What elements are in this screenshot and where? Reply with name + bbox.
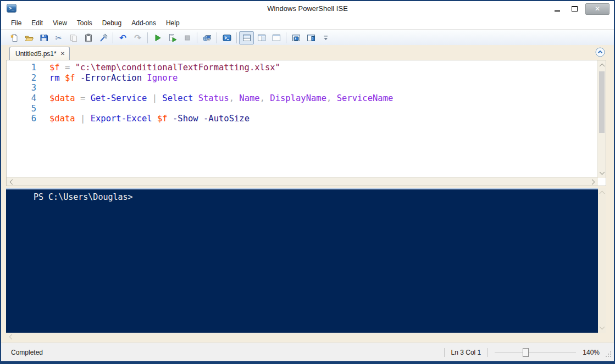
- run-button[interactable]: [150, 31, 165, 44]
- command-window-icon: [292, 33, 301, 42]
- redo-icon: ↷: [134, 33, 141, 42]
- code-token: [193, 93, 198, 103]
- menu-item-edit[interactable]: Edit: [26, 18, 48, 29]
- toolbar-separator: [236, 32, 237, 43]
- command-window-button[interactable]: [289, 31, 303, 44]
- cut-icon: ✂: [56, 33, 62, 42]
- run-icon: [153, 33, 162, 42]
- line-number: 6: [7, 114, 36, 124]
- title-bar: >_ Windows PowerShell ISE ✕: [1, 1, 614, 16]
- editor-vscroll-thumb[interactable]: [599, 71, 605, 133]
- zoom-slider-track[interactable]: [495, 352, 576, 352]
- code-token: $data: [49, 93, 75, 103]
- powershell-button[interactable]: [219, 31, 234, 44]
- line-number: 3: [7, 83, 36, 93]
- command-addon-icon: [307, 33, 315, 42]
- minimize-button[interactable]: [551, 3, 563, 14]
- menu-bar: FileEditViewToolsDebugAdd-onsHelp: [1, 16, 614, 30]
- code-area[interactable]: 1$f = "c:\temp\conditionalTextFormatting…: [7, 63, 597, 124]
- status-separator: [444, 348, 445, 357]
- code-line[interactable]: 6$data | Export-Excel $f -Show -AutoSize: [7, 114, 597, 124]
- paste-icon: [84, 33, 93, 42]
- code-line[interactable]: 4$data = Get-Service | Select Status, Na…: [7, 93, 597, 104]
- console-vertical-scrollbar[interactable]: [598, 188, 606, 333]
- redo-button: ↷: [130, 31, 145, 44]
- new-script-icon: [10, 33, 19, 42]
- remote-tab-icon: [203, 33, 212, 42]
- editor-horizontal-scrollbar[interactable]: [7, 177, 598, 186]
- code-line[interactable]: 1$f = "c:\temp\conditionalTextFormatting…: [7, 63, 597, 73]
- code-token: $f: [65, 73, 75, 83]
- scroll-left-icon[interactable]: [10, 180, 15, 185]
- undo-icon: ↶: [119, 33, 126, 42]
- console-pane[interactable]: PS C:\Users\Douglas>: [6, 188, 598, 333]
- paste-button[interactable]: [81, 31, 96, 44]
- tab-untitled5[interactable]: Untitled5.ps1* ✕: [9, 47, 70, 60]
- scroll-left-icon[interactable]: [9, 334, 15, 340]
- collapse-script-pane-button[interactable]: [595, 47, 605, 57]
- editor-vertical-scrollbar[interactable]: [597, 60, 606, 178]
- console-horizontal-scrollbar[interactable]: [6, 333, 598, 340]
- close-button[interactable]: ✕: [585, 3, 610, 15]
- scroll-down-icon[interactable]: [600, 170, 605, 175]
- menu-item-debug[interactable]: Debug: [97, 18, 126, 29]
- close-icon: ✕: [595, 5, 600, 13]
- code-token: Status: [198, 93, 229, 103]
- zoom-slider-thumb[interactable]: [523, 348, 529, 357]
- code-token: =: [75, 93, 91, 103]
- save-button[interactable]: [36, 31, 51, 44]
- pane-max-button[interactable]: [269, 31, 284, 44]
- undo-button[interactable]: ↶: [115, 31, 130, 44]
- menu-item-view[interactable]: View: [48, 18, 72, 29]
- code-line[interactable]: 5: [7, 104, 597, 114]
- script-editor-pane[interactable]: 1$f = "c:\temp\conditionalTextFormatting…: [6, 60, 606, 186]
- scroll-right-icon[interactable]: [590, 180, 595, 185]
- code-token: -Show: [173, 114, 198, 124]
- menu-item-help[interactable]: Help: [161, 18, 185, 29]
- run-selection-button[interactable]: [165, 31, 180, 44]
- remote-tab-button[interactable]: [200, 31, 214, 44]
- status-right-cluster: Ln 3 Col 1 140%: [444, 343, 600, 362]
- stop-icon: [183, 33, 192, 42]
- menu-item-addons[interactable]: Add-ons: [126, 18, 161, 29]
- pane-top-icon: [242, 33, 251, 42]
- clear-pane-icon: [99, 33, 108, 42]
- code-token: [75, 73, 80, 83]
- code-line[interactable]: 2rm $f -ErrorAction Ignore: [7, 73, 597, 83]
- code-token: [152, 114, 157, 124]
- scroll-up-icon[interactable]: [600, 64, 605, 69]
- pane-top-button[interactable]: [239, 31, 254, 44]
- menu-item-file[interactable]: File: [6, 18, 26, 29]
- command-addon-button[interactable]: [303, 31, 318, 44]
- maximize-button[interactable]: [568, 3, 580, 14]
- toolbar-separator: [113, 32, 113, 43]
- copy-button: [66, 31, 81, 44]
- code-token: [142, 73, 147, 83]
- zoom-slider[interactable]: [495, 348, 576, 357]
- code-token: $data: [49, 114, 75, 124]
- code-token: |: [147, 93, 162, 103]
- clear-pane-button[interactable]: [96, 31, 110, 44]
- scroll-up-icon[interactable]: [600, 191, 605, 197]
- scroll-down-icon[interactable]: [600, 324, 605, 330]
- chevron-up-icon: [595, 47, 605, 57]
- menu-item-tools[interactable]: Tools: [72, 18, 97, 29]
- open-button[interactable]: [21, 31, 36, 44]
- resize-grip-icon[interactable]: [605, 351, 612, 360]
- new-script-button[interactable]: [7, 31, 21, 44]
- code-token: ServiceName: [337, 93, 394, 103]
- line-number: 4: [7, 93, 36, 104]
- pane-right-button[interactable]: [254, 31, 269, 44]
- status-separator: [487, 348, 488, 357]
- pane-right-icon: [257, 33, 266, 42]
- code-token: Ignore: [147, 73, 178, 83]
- tab-close-icon[interactable]: ✕: [60, 51, 65, 57]
- console-prompt: PS C:\Users\Douglas>: [34, 192, 133, 202]
- tab-label: Untitled5.ps1*: [15, 50, 57, 58]
- stop-button: [180, 31, 195, 44]
- cut-button[interactable]: ✂: [51, 31, 66, 44]
- overflow-button[interactable]: [318, 31, 333, 44]
- code-line[interactable]: 3: [7, 83, 597, 93]
- code-token: rm: [49, 73, 60, 83]
- code-token: Name: [239, 93, 259, 103]
